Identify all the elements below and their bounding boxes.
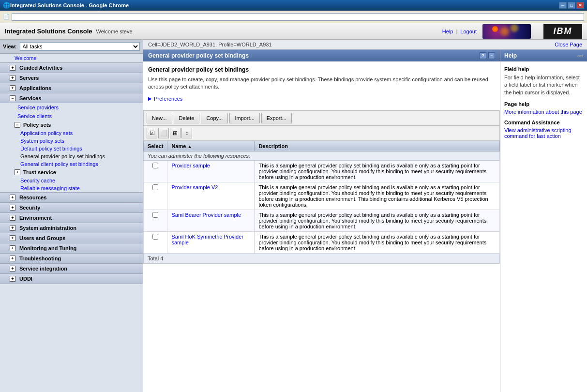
sidebar-welcome: Welcome xyxy=(0,54,143,63)
header-separator: | xyxy=(456,29,457,34)
cell-bar: Cell=JDED2_WORLD_A931, Profile=WORLD_A93… xyxy=(143,40,587,50)
row1-checkbox[interactable] xyxy=(152,163,158,168)
row4-name-cell: Saml HoK Symmetric Provider sample xyxy=(167,231,255,253)
sidebar-header-monitoring[interactable]: + Monitoring and Tuning xyxy=(0,243,143,253)
maximize-button[interactable]: □ xyxy=(568,2,575,9)
row4-name-link[interactable]: Saml HoK Symmetric Provider sample xyxy=(171,234,243,245)
sidebar-trust-service-group: + Trust service Security cache Reliable … xyxy=(0,168,143,192)
sidebar-view-bar: View: All tasks xyxy=(0,40,143,54)
sidebar-section-resources: + Resources xyxy=(0,193,143,203)
cell-profile-text: Cell=JDED2_WORLD_A931, Profile=WORLD_A93… xyxy=(148,42,272,47)
sidebar-general-client[interactable]: General client policy set bindings xyxy=(3,160,143,168)
sidebar-default-policy-bindings[interactable]: Default policy set bindings xyxy=(3,145,143,152)
sidebar-header-service-integration[interactable]: + Service integration xyxy=(0,264,143,273)
sidebar-app-policy-sets[interactable]: Application policy sets xyxy=(3,129,143,137)
table-row: Provider sample V2 This is a sample gene… xyxy=(144,182,500,210)
sidebar-section-servers: + Servers xyxy=(0,73,143,83)
row3-desc-cell: This is a sample general provider policy… xyxy=(255,210,500,231)
view-select[interactable]: All tasks xyxy=(20,42,140,51)
help-link[interactable]: Help xyxy=(442,29,453,34)
expand-icon-guided-activities: + xyxy=(10,65,15,71)
command-assist-title: Command Assistance xyxy=(504,120,583,125)
command-assist-link[interactable]: View administrative scripting command fo… xyxy=(504,127,572,139)
content-help: General provider policy set bindings ? −… xyxy=(143,50,587,392)
close-page-link[interactable]: Close Page xyxy=(555,42,582,47)
sidebar-section-security: + Security xyxy=(0,203,143,213)
sidebar-header-users-groups[interactable]: + Users and Groups xyxy=(0,233,143,243)
sidebar-service-clients[interactable]: Service clients xyxy=(0,112,143,121)
preferences-label: Preferences xyxy=(154,96,182,102)
minimize-button[interactable]: ─ xyxy=(559,2,567,9)
sidebar-section-services: − Services Service providers Service cli… xyxy=(0,93,143,193)
sidebar-label-service-integration: Service integration xyxy=(19,266,67,271)
main-layout: View: All tasks Welcome + Guided Activit… xyxy=(0,40,587,392)
expand-icon-service-integration: + xyxy=(10,266,15,271)
title-bar: 🌐 Integrated Solutions Console - Google … xyxy=(0,0,587,11)
col-name[interactable]: Name ▲ xyxy=(167,141,255,151)
row3-name-cell: Saml Bearer Provider sample xyxy=(167,210,255,231)
expand-icon-security: + xyxy=(10,205,15,211)
sidebar-section-applications: + Applications xyxy=(0,83,143,93)
page-help-link[interactable]: More information about this page xyxy=(504,109,582,115)
new-button[interactable]: New... xyxy=(147,113,172,123)
sort-button[interactable]: ↕ xyxy=(181,128,192,138)
row1-name-cell: Provider sample xyxy=(167,160,255,182)
row2-name-link[interactable]: Provider sample V2 xyxy=(171,184,218,190)
sidebar-trust-service-header[interactable]: + Trust service xyxy=(3,168,143,177)
logout-link[interactable]: Logout xyxy=(460,29,477,34)
sidebar-header-uddi[interactable]: + UDDI xyxy=(0,274,143,284)
panel-title: General provider policy set bindings xyxy=(148,52,249,59)
row3-name-link[interactable]: Saml Bearer Provider sample xyxy=(171,212,241,218)
sidebar-header-troubleshooting[interactable]: + Troubleshooting xyxy=(0,254,143,263)
name-sort-icon: ▲ xyxy=(187,144,192,149)
sidebar-section-monitoring: + Monitoring and Tuning xyxy=(0,243,143,254)
sidebar-label-services: Services xyxy=(19,95,41,101)
row3-select-cell xyxy=(144,210,167,231)
content-area: Cell=JDED2_WORLD_A931, Profile=WORLD_A93… xyxy=(143,40,587,392)
deselect-all-button[interactable]: ⬜ xyxy=(158,128,169,138)
expand-icon-uddi: + xyxy=(10,276,15,282)
import-button[interactable]: Import... xyxy=(229,113,259,123)
preferences-row[interactable]: ▶ Preferences xyxy=(148,96,495,102)
sidebar-header-services[interactable]: − Services xyxy=(0,93,143,103)
panel-minimize-button[interactable]: − xyxy=(488,52,495,59)
sidebar-label-trust-service: Trust service xyxy=(23,169,56,175)
sidebar-header-servers[interactable]: + Servers xyxy=(0,73,143,83)
resources-row: You can administer the following resourc… xyxy=(144,151,500,160)
expand-icon-monitoring: + xyxy=(10,245,15,251)
row3-checkbox[interactable] xyxy=(152,212,158,218)
export-button[interactable]: Export... xyxy=(261,113,292,123)
sidebar-header-applications[interactable]: + Applications xyxy=(0,83,143,93)
sidebar-header-system-admin[interactable]: + System administration xyxy=(0,223,143,233)
sidebar-section-guided-activities: + Guided Activities xyxy=(0,63,143,73)
sidebar-header-environment[interactable]: + Environment xyxy=(0,213,143,223)
sidebar-header-guided-activities[interactable]: + Guided Activities xyxy=(0,63,143,73)
expand-icon-system-admin: + xyxy=(10,225,15,231)
sidebar-header-security[interactable]: + Security xyxy=(0,203,143,212)
delete-button[interactable]: Delete xyxy=(174,113,200,123)
page-help-title: Page help xyxy=(504,101,583,107)
row2-desc-cell: This is a sample general provider policy… xyxy=(255,182,500,210)
sidebar-security-cache[interactable]: Security cache xyxy=(3,177,143,184)
close-button[interactable]: ✕ xyxy=(576,2,584,9)
row1-name-link[interactable]: Provider sample xyxy=(171,163,210,168)
sidebar-general-provider[interactable]: General provider policy set bindings xyxy=(3,152,143,160)
sidebar-reliable-messaging[interactable]: Reliable messaging state xyxy=(3,184,143,192)
select-all-button[interactable]: ☑ xyxy=(147,128,157,138)
sidebar-service-providers[interactable]: Service providers xyxy=(0,103,143,112)
sidebar-system-policy-sets[interactable]: System policy sets xyxy=(3,137,143,145)
row2-checkbox[interactable] xyxy=(152,184,158,190)
sidebar-welcome-link[interactable]: Welcome xyxy=(0,54,143,62)
address-input[interactable]: 10.139.142.182:10125/ibm/console/login.d… xyxy=(12,13,584,21)
row4-select-cell xyxy=(144,231,167,253)
sidebar-header-resources[interactable]: + Resources xyxy=(0,193,143,202)
sidebar-label-uddi: UDDI xyxy=(19,276,32,282)
sidebar-section-service-integration: + Service integration xyxy=(0,264,143,274)
sidebar-policy-sets-header[interactable]: − Policy sets xyxy=(3,121,143,129)
copy-button[interactable]: Copy... xyxy=(201,113,228,123)
row4-checkbox[interactable] xyxy=(152,234,158,240)
panel-help-button[interactable]: ? xyxy=(480,52,486,59)
header-graphic xyxy=(482,24,531,39)
filter-button[interactable]: ⊞ xyxy=(170,128,181,138)
help-close-button[interactable]: — xyxy=(577,52,583,59)
